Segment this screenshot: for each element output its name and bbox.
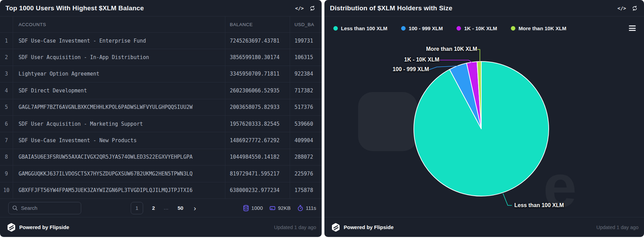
row-index: 2	[0, 49, 13, 65]
legend-item-1k-10k[interactable]: 1K - 10K XLM	[457, 25, 497, 31]
balance-cell: 2602306066.52935	[225, 82, 290, 99]
table-panel-title: Top 1000 Users With Highest $XLM Balance	[6, 4, 144, 12]
chart-panel-footer: Powered by Flipside Updated 1 day ago	[324, 217, 644, 237]
table-panel: Top 1000 Users With Highest $XLM Balance…	[0, 0, 322, 237]
table-controls: 1 2 ... 50 › 1000 92KB 111s	[0, 199, 322, 217]
row-index: 5	[0, 99, 13, 115]
row-index: 3	[0, 66, 13, 82]
storage-icon	[269, 205, 276, 212]
table-row: 3Lightyear Option Agreement3345950709.71…	[0, 66, 322, 82]
usd-balance-cell: 175878	[290, 182, 322, 199]
page-button-1[interactable]: 1	[131, 202, 143, 214]
column-header-usd-balance[interactable]: USD_BA	[290, 16, 322, 32]
row-index: 8	[0, 149, 13, 165]
callout-label-100-999: 100 - 999 XLM	[393, 66, 429, 72]
callout-label-more-than-10k: More than 10K XLM	[426, 46, 477, 52]
table-row: 8GBAIA5U6E3FSRUW55AXACIVGX2QR5JYAS74OWLE…	[0, 149, 322, 165]
embed-code-icon[interactable]: </>	[618, 5, 626, 11]
chart-legend: Less than 100 XLM 100 - 999 XLM 1K - 10K…	[324, 16, 644, 38]
flipside-logo	[331, 223, 340, 232]
balance-cell: 638000232.977234	[225, 182, 290, 199]
pie-chart-svg	[324, 38, 644, 217]
account-cell: SDF User Acquisition - Marketing Support	[13, 116, 225, 132]
balance-cell: 1044984550.14182	[225, 149, 290, 165]
callout-label-less-than-100: Less than 100 XLM	[514, 202, 564, 208]
refresh-icon[interactable]	[309, 5, 315, 11]
callout-line	[439, 60, 472, 63]
usd-balance-cell: 199731	[290, 33, 322, 49]
account-cell: SDF Use-Case Investment - Enterprise Fun…	[13, 33, 225, 49]
balance-cell: 1957620333.82545	[225, 116, 290, 132]
table-row: 9GAMGGUQKKJ637ILVDOSCT5X7HYSZDUPGXSUW67B…	[0, 165, 322, 182]
legend-dot	[457, 26, 461, 31]
chart-panel: Distribution of $XLM Holders with Size <…	[324, 0, 644, 237]
results-table: ACCOUNTS BALANCE USD_BA 1SDF Use-Case In…	[0, 16, 322, 199]
usd-balance-cell: 922384	[290, 66, 322, 82]
flipside-logo	[7, 223, 16, 232]
legend-item-less-than-100[interactable]: Less than 100 XLM	[333, 25, 387, 31]
table-row: 2SDF User Acquisition - In-App Distribut…	[0, 49, 322, 65]
row-count-stat: 1000	[243, 205, 263, 212]
data-size-stat: 92KB	[269, 205, 291, 212]
balance-cell: 7245263697.43781	[225, 33, 290, 49]
row-index: 10	[0, 182, 13, 199]
legend-dot	[401, 26, 406, 31]
usd-balance-cell: 225976	[290, 166, 322, 182]
usd-balance-cell: 288072	[290, 149, 322, 165]
usd-balance-cell: 517376	[290, 99, 322, 115]
search-input[interactable]	[21, 205, 73, 211]
account-cell: GAMGGUQKKJ637ILVDOSCT5X7HYSZDUPGXSUW67B2…	[13, 166, 225, 182]
row-count-value: 1000	[251, 205, 263, 211]
legend-label: Less than 100 XLM	[341, 25, 387, 31]
account-cell: GAGL7APMF7BZT6AVGNLBXKCMEHHLKPOL6PADWSLW…	[13, 99, 225, 115]
account-cell: SDF User Acquisition - In-App Distributi…	[13, 49, 225, 65]
table-panel-footer: Powered by Flipside Updated 1 day ago	[0, 217, 322, 237]
account-cell: Lightyear Option Agreement	[13, 66, 225, 82]
column-header-balance[interactable]: BALANCE	[225, 16, 290, 32]
legend-label: 100 - 999 XLM	[409, 25, 443, 31]
stopwatch-icon	[297, 205, 304, 212]
account-cell: GBAIA5U6E3FSRUW55AXACIVGX2QR5JYAS74OWLED…	[13, 149, 225, 165]
query-time-value: 111s	[306, 205, 316, 211]
balance-cell: 1486927772.67292	[225, 132, 290, 148]
legend-dot	[511, 26, 515, 31]
callout-line	[477, 49, 480, 62]
query-time-stat: 111s	[297, 205, 316, 212]
row-index: 9	[0, 166, 13, 182]
usd-balance-cell: 539660	[290, 116, 322, 132]
query-stats: 1000 92KB 111s	[243, 205, 316, 212]
row-index: 1	[0, 33, 13, 49]
table-header-row: ACCOUNTS BALANCE USD_BA	[0, 16, 322, 32]
column-header-accounts[interactable]: ACCOUNTS	[13, 16, 225, 32]
legend-item-100-999[interactable]: 100 - 999 XLM	[401, 25, 443, 31]
row-index: 6	[0, 116, 13, 132]
pagination-ellipsis: ...	[164, 205, 169, 211]
powered-by-flipside[interactable]: Powered by Flipside	[331, 223, 394, 232]
database-icon	[243, 205, 249, 212]
row-index: 7	[0, 132, 13, 148]
page-button-2[interactable]: 2	[152, 205, 155, 211]
embed-code-icon[interactable]: </>	[295, 5, 304, 11]
next-page-chevron-icon[interactable]: ›	[192, 204, 197, 212]
powered-by-label: Powered by Flipside	[344, 224, 394, 230]
callout-line	[503, 193, 512, 205]
balance-cell: 3345950709.71811	[225, 66, 290, 82]
account-cell: GBXFFJFT56YW4FPAM5JUEK3ZAYWIZGN6PL3TVGDI…	[13, 182, 225, 199]
page-button-last[interactable]: 50	[178, 205, 183, 211]
updated-timestamp: Updated 1 day ago	[596, 225, 638, 230]
legend-label: More than 10K XLM	[518, 25, 566, 31]
powered-by-label: Powered by Flipside	[19, 224, 69, 230]
callout-label-1k-10k: 1K - 10K XLM	[404, 57, 439, 63]
table-row: 7SDF Use-Case Investment - New Products1…	[0, 132, 322, 148]
legend-item-more-than-10k[interactable]: More than 10K XLM	[511, 25, 566, 31]
column-header-index	[0, 16, 13, 32]
balance-cell: 819729471.595217	[225, 166, 290, 182]
table-row: 6SDF User Acquisition - Marketing Suppor…	[0, 115, 322, 132]
data-size-value: 92KB	[278, 205, 291, 211]
powered-by-flipside[interactable]: Powered by Flipside	[7, 223, 69, 232]
usd-balance-cell: 717382	[290, 82, 322, 99]
balance-cell: 3856599180.30174	[225, 49, 290, 65]
refresh-icon[interactable]	[632, 5, 638, 11]
chart-menu-icon[interactable]	[627, 24, 637, 32]
search-box[interactable]	[8, 202, 81, 214]
